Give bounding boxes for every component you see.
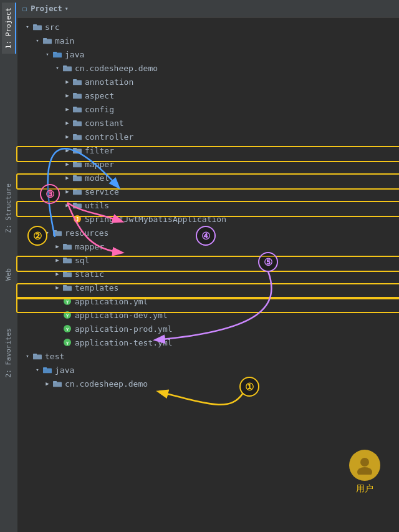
tree-arrow-java[interactable]: ▾: [42, 49, 52, 59]
tree-label-java: java: [65, 50, 84, 59]
tree-label-cn-codesheep-demo: cn.codesheep.demo: [75, 64, 158, 73]
tree-arrow-test-cn-codesheep-demo[interactable]: ▶: [42, 379, 52, 389]
tree-label-application-yml: application.yml: [75, 297, 148, 306]
tree-item-utils[interactable]: ▶utils: [17, 198, 399, 212]
tree-label-service: service: [85, 187, 119, 196]
folder-icon-constant: [72, 118, 82, 128]
tree-item-mapper-java[interactable]: ▶mapper: [17, 157, 399, 171]
tree-arrow-mapper-java[interactable]: ▶: [62, 159, 72, 169]
yml-icon-application-yml: Y: [62, 296, 72, 306]
svg-rect-5: [53, 52, 57, 54]
java-class-icon-spring-app: J: [72, 214, 82, 224]
tree-arrow-spring-app[interactable]: [62, 214, 72, 224]
annotation-circle-5: ⑤: [258, 252, 278, 272]
tree-arrow-application-dev-yml[interactable]: [52, 310, 62, 320]
folder-icon-filter: [72, 145, 82, 155]
tree-label-utils: utils: [85, 201, 109, 210]
tree-arrow-constant[interactable]: ▶: [62, 118, 72, 128]
folder-icon-sql: [62, 255, 72, 265]
tree-label-application-prod-yml: application-prod.yml: [75, 324, 173, 334]
tree-item-test[interactable]: ▾test: [17, 349, 399, 363]
tree-arrow-annotation[interactable]: ▶: [62, 77, 72, 87]
folder-icon-java: [52, 49, 62, 59]
annotation-circle-2: ②: [27, 226, 47, 246]
svg-rect-13: [73, 107, 77, 109]
folder-icon-test: [32, 351, 42, 361]
tree-arrow-application-yml[interactable]: [52, 296, 62, 306]
user-label: 用户: [349, 483, 380, 495]
sidebar-tab-web[interactable]: Web: [2, 263, 16, 286]
tree-arrow-main[interactable]: ▾: [32, 36, 42, 46]
tree-arrow-application-prod-yml[interactable]: [52, 324, 62, 334]
tree-item-application-prod-yml[interactable]: Yapplication-prod.yml: [17, 322, 399, 336]
tree-arrow-model[interactable]: ▶: [62, 173, 72, 183]
tree-item-annotation[interactable]: ▶annotation: [17, 75, 399, 89]
project-title: Project: [31, 4, 62, 13]
tree-arrow-static[interactable]: ▶: [52, 269, 62, 279]
tree-item-application-test-yml[interactable]: Yapplication-test.yml: [17, 336, 399, 349]
tree-label-config: config: [85, 105, 114, 114]
svg-rect-27: [73, 203, 77, 205]
tree-arrow-application-test-yml[interactable]: [52, 337, 62, 347]
tree-item-service[interactable]: ▶service: [17, 185, 399, 198]
sidebar-tab-structure[interactable]: Z: Structure: [2, 178, 16, 238]
folder-icon-resources: [52, 228, 62, 238]
tree-label-test-java: java: [55, 365, 74, 375]
tree-arrow-sql[interactable]: ▶: [52, 255, 62, 265]
yml-icon-application-dev-yml: Y: [62, 310, 72, 320]
tree-arrow-config[interactable]: ▶: [62, 104, 72, 114]
tree-item-src[interactable]: ▾src: [17, 20, 399, 34]
folder-icon-annotation: [72, 77, 82, 87]
tree-item-sql[interactable]: ▶sql: [17, 253, 399, 267]
folder-icon-utils: [72, 200, 82, 210]
tree-item-test-java[interactable]: ▾java: [17, 363, 399, 377]
sidebar-left: 1: Project Z: Structure Web 2: Favorites: [0, 0, 17, 532]
tree-arrow-src[interactable]: ▾: [22, 22, 32, 32]
tree-item-main[interactable]: ▾main: [17, 34, 399, 47]
folder-icon-src: [32, 22, 42, 32]
file-tree: ▾src▾main▾java▾cn.codesheep.demo▶annotat…: [17, 17, 399, 532]
tree-item-static[interactable]: ▶static: [17, 267, 399, 281]
tree-arrow-test-java[interactable]: ▾: [32, 365, 42, 375]
tree-arrow-cn-codesheep-demo[interactable]: ▾: [52, 63, 62, 73]
tree-item-templates[interactable]: ▶templates: [17, 281, 399, 294]
tree-arrow-templates[interactable]: ▶: [52, 283, 62, 293]
tree-arrow-service[interactable]: ▶: [62, 186, 72, 196]
tree-item-test-cn-codesheep-demo[interactable]: ▶cn.codesheep.demo: [17, 377, 399, 390]
tree-item-constant[interactable]: ▶constant: [17, 116, 399, 130]
sidebar-tab-favorites[interactable]: 2: Favorites: [2, 323, 16, 382]
tree-item-aspect[interactable]: ▶aspect: [17, 89, 399, 102]
tree-label-filter: filter: [85, 146, 114, 155]
svg-rect-3: [43, 38, 47, 40]
folder-icon-templates: [62, 283, 72, 293]
tree-label-test: test: [45, 352, 64, 361]
svg-rect-39: [63, 285, 67, 287]
tree-arrow-mapper-res[interactable]: ▶: [52, 241, 62, 251]
tree-label-controller: controller: [85, 132, 133, 142]
folder-icon-controller: [72, 132, 82, 142]
tree-label-application-dev-yml: application-dev.yml: [75, 311, 168, 320]
tree-item-controller[interactable]: ▶controller: [17, 130, 399, 143]
tree-arrow-filter[interactable]: ▶: [62, 145, 72, 155]
tree-item-application-dev-yml[interactable]: Yapplication-dev.yml: [17, 308, 399, 322]
tree-item-application-yml[interactable]: Yapplication.yml: [17, 294, 399, 308]
folder-icon-service: [72, 186, 82, 196]
project-header[interactable]: ◻ Project ▾: [17, 0, 399, 17]
header-dropdown-arrow[interactable]: ▾: [65, 5, 69, 12]
tree-item-spring-app[interactable]: JSpringbtJwtMybatisApplication: [17, 212, 399, 226]
sidebar-tab-project[interactable]: 1: Project: [2, 2, 16, 54]
tree-label-test-cn-codesheep-demo: cn.codesheep.demo: [65, 379, 148, 389]
tree-item-model[interactable]: ▶model: [17, 171, 399, 185]
tree-arrow-controller[interactable]: ▶: [62, 132, 72, 142]
tree-item-config[interactable]: ▶config: [17, 102, 399, 116]
tree-item-java[interactable]: ▾java: [17, 47, 399, 61]
tree-arrow-test[interactable]: ▾: [22, 351, 32, 361]
tree-arrow-aspect[interactable]: ▶: [62, 90, 72, 100]
tree-arrow-utils[interactable]: ▶: [62, 200, 72, 210]
tree-item-cn-codesheep-demo[interactable]: ▾cn.codesheep.demo: [17, 61, 399, 75]
tree-label-static: static: [75, 269, 104, 279]
svg-text:J: J: [76, 217, 79, 223]
package-icon-test-cn-codesheep-demo: [52, 379, 62, 389]
tree-item-filter[interactable]: ▶filter: [17, 143, 399, 157]
svg-rect-23: [73, 175, 77, 177]
